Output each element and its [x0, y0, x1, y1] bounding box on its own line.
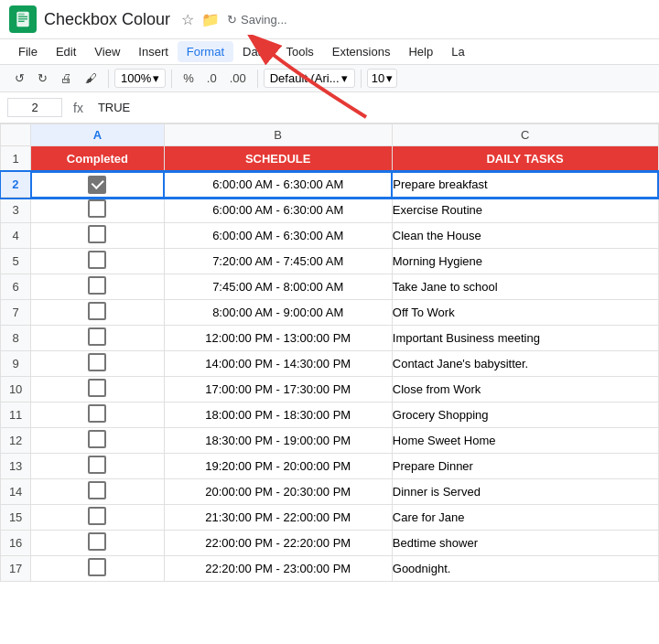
task-cell-6: Take Jane to school [392, 274, 658, 300]
checkbox-cell-6[interactable] [31, 274, 164, 300]
task-cell-11: Grocery Shopping [392, 402, 658, 428]
checkbox-cell-8[interactable] [31, 326, 164, 351]
schedule-cell-15: 21:30:00 PM - 22:00:00 PM [164, 505, 392, 531]
row-header-2: 2 [1, 172, 31, 198]
row-header-1: 1 [1, 146, 31, 172]
task-cell-4: Clean the House [392, 223, 658, 249]
decimal00-button[interactable]: .00 [224, 68, 252, 89]
schedule-cell-10: 17:00:00 PM - 17:30:00 PM [164, 377, 392, 402]
toolbar-sep-4 [361, 70, 362, 88]
col-header-a[interactable]: A [31, 124, 164, 146]
table-row: 1218:30:00 PM - 19:00:00 PMHome Sweet Ho… [1, 428, 659, 454]
checkbox-8[interactable] [88, 327, 106, 346]
drive-icon[interactable]: 📁 [201, 11, 220, 28]
checkbox-5[interactable] [88, 251, 106, 269]
sync-icon: ↻ [227, 13, 237, 27]
task-cell-7: Off To Work [392, 300, 658, 326]
svg-rect-1 [18, 16, 27, 17]
schedule-cell-5: 7:20:00 AM - 7:45:00 AM [164, 249, 392, 274]
menu-tools[interactable]: Tools [276, 41, 322, 62]
checkbox-cell-11[interactable] [31, 402, 164, 428]
checkbox-14[interactable] [88, 481, 106, 499]
document-title: Checkbox Colour [44, 10, 170, 29]
menu-la[interactable]: La [442, 41, 473, 62]
row-header-14: 14 [1, 479, 31, 505]
checkbox-3[interactable] [88, 199, 106, 218]
spreadsheet-grid: A B C 1 Completed SCHEDULE DAILY TASKS 2… [0, 123, 659, 582]
checkbox-12[interactable] [88, 430, 106, 448]
col-header-num [1, 124, 31, 146]
checkbox-cell-13[interactable] [31, 454, 164, 479]
checkbox-cell-17[interactable] [31, 556, 164, 582]
checkbox-cell-2[interactable] [31, 172, 164, 198]
checkbox-4[interactable] [88, 225, 106, 243]
checkbox-2[interactable] [88, 176, 106, 194]
task-cell-5: Morning Hygiene [392, 249, 658, 274]
table-row: 1017:00:00 PM - 17:30:00 PMClose from Wo… [1, 377, 659, 402]
menu-edit[interactable]: Edit [47, 41, 85, 62]
checkbox-7[interactable] [88, 302, 106, 320]
menu-help[interactable]: Help [399, 41, 442, 62]
checkbox-6[interactable] [88, 276, 106, 295]
font-family-select[interactable]: Default (Ari... ▾ [264, 69, 355, 88]
table-row: 1319:20:00 PM - 20:00:00 PMPrepare Dinne… [1, 454, 659, 479]
checkbox-11[interactable] [88, 404, 106, 423]
checkbox-13[interactable] [88, 456, 106, 474]
percent-button[interactable]: % [178, 68, 200, 89]
menu-data[interactable]: Data [233, 41, 276, 62]
col-header-c[interactable]: C [392, 124, 658, 146]
toolbar-sep-3 [257, 70, 258, 88]
zoom-control[interactable]: 100% ▾ [114, 69, 166, 88]
schedule-cell-11: 18:00:00 PM - 18:30:00 PM [164, 402, 392, 428]
schedule-cell-16: 22:00:00 PM - 22:20:00 PM [164, 531, 392, 556]
checkbox-17[interactable] [88, 558, 106, 576]
menu-file[interactable]: File [9, 41, 47, 62]
sheets-logo-icon [9, 5, 37, 33]
checkbox-cell-12[interactable] [31, 428, 164, 454]
checkbox-16[interactable] [88, 532, 106, 551]
decimal0-button[interactable]: .0 [201, 68, 222, 89]
row-header-10: 10 [1, 377, 31, 402]
schedule-cell-7: 8:00:00 AM - 9:00:00 AM [164, 300, 392, 326]
checkbox-cell-5[interactable] [31, 249, 164, 274]
formula-input[interactable] [94, 99, 652, 116]
table-row: 812:00:00 PM - 13:00:00 PMImportant Busi… [1, 326, 659, 351]
checkbox-9[interactable] [88, 353, 106, 371]
menu-extensions[interactable]: Extensions [323, 41, 400, 62]
schedule-cell-3: 6:00:00 AM - 6:30:00 AM [164, 198, 392, 223]
menu-format[interactable]: Format [178, 41, 233, 62]
table-row: 1521:30:00 PM - 22:00:00 PMCare for Jane [1, 505, 659, 531]
table-row: 1118:00:00 PM - 18:30:00 PMGrocery Shopp… [1, 402, 659, 428]
schedule-cell-14: 20:00:00 PM - 20:30:00 PM [164, 479, 392, 505]
chevron-down-icon-size: ▾ [386, 71, 393, 85]
svg-rect-2 [18, 18, 27, 19]
menu-view[interactable]: View [85, 41, 129, 62]
menu-bar: File Edit View Insert Format Data Tools … [0, 39, 659, 65]
row-header-4: 4 [1, 223, 31, 249]
schedule-cell-6: 7:45:00 AM - 8:00:00 AM [164, 274, 392, 300]
paint-format-button[interactable]: 🖌 [80, 68, 103, 89]
checkbox-15[interactable] [88, 507, 106, 525]
checkbox-cell-7[interactable] [31, 300, 164, 326]
checkbox-cell-9[interactable] [31, 351, 164, 377]
font-size-control[interactable]: 10 ▾ [367, 69, 397, 88]
print-button[interactable]: 🖨 [55, 68, 78, 89]
row-header-17: 17 [1, 556, 31, 582]
cell-reference[interactable]: 2 [7, 98, 62, 117]
checkbox-cell-14[interactable] [31, 479, 164, 505]
checkbox-cell-15[interactable] [31, 505, 164, 531]
checkbox-cell-4[interactable] [31, 223, 164, 249]
checkbox-cell-10[interactable] [31, 377, 164, 402]
redo-button[interactable]: ↻ [32, 68, 53, 89]
undo-button[interactable]: ↺ [9, 68, 30, 89]
star-icon[interactable]: ☆ [181, 11, 194, 28]
header-completed: Completed [31, 146, 164, 172]
menu-insert[interactable]: Insert [129, 41, 178, 62]
chevron-down-icon-font: ▾ [341, 71, 348, 85]
checkbox-cell-16[interactable] [31, 531, 164, 556]
schedule-cell-8: 12:00:00 PM - 13:00:00 PM [164, 326, 392, 351]
formula-bar: 2 fx [0, 92, 659, 123]
checkbox-cell-3[interactable] [31, 198, 164, 223]
col-header-b[interactable]: B [164, 124, 392, 146]
checkbox-10[interactable] [88, 379, 106, 397]
